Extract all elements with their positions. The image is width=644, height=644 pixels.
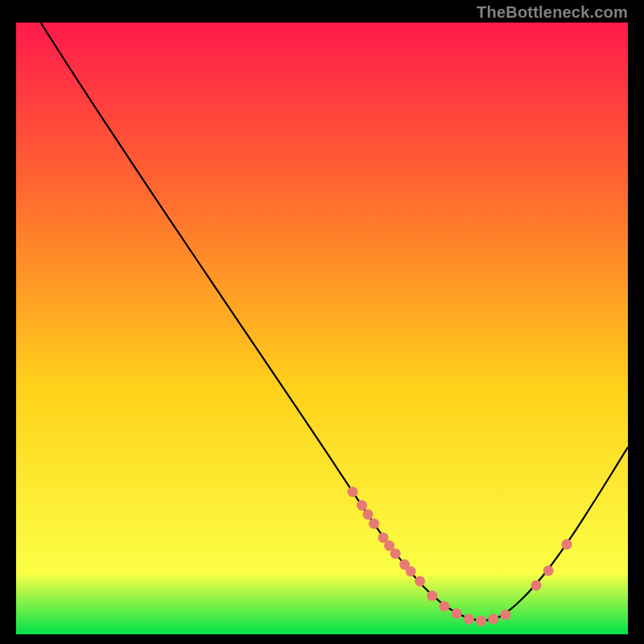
watermark-text: TheBottleneck.com [477, 3, 628, 22]
bottleneck-chart [16, 23, 628, 634]
data-point [390, 548, 401, 559]
data-point [562, 539, 572, 550]
data-point [415, 576, 425, 586]
chart-frame [16, 23, 628, 634]
data-point [464, 614, 474, 625]
chart-background [16, 23, 628, 634]
data-point [440, 601, 450, 612]
data-point [501, 609, 511, 620]
data-point [348, 486, 358, 497]
data-point [357, 500, 367, 510]
data-point [452, 609, 462, 619]
data-point [543, 565, 554, 576]
data-point [476, 616, 486, 626]
data-point [531, 580, 542, 591]
data-point [488, 614, 498, 625]
data-point [363, 510, 374, 520]
data-point [406, 566, 416, 576]
data-point [427, 591, 437, 601]
data-point [369, 518, 379, 529]
